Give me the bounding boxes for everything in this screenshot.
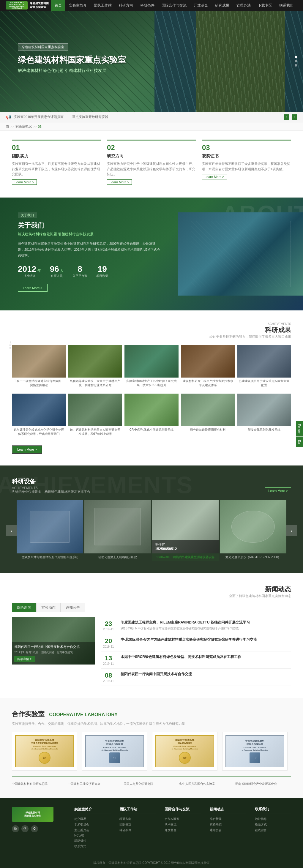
footer-link-1-2[interactable]: 学术委员会 bbox=[74, 823, 111, 827]
breadcrumb-lab[interactable]: 实验室概况 bbox=[16, 124, 32, 129]
footer-link-1-4[interactable]: NCLAB bbox=[74, 834, 111, 837]
coop-partner-1: 中国建筑材料科学研究总院 bbox=[12, 782, 68, 786]
footer-link-5-3[interactable]: 在线留言 bbox=[255, 828, 291, 832]
ach-img-7[interactable] bbox=[68, 394, 122, 426]
news-month-3: 2019-11 bbox=[101, 662, 116, 665]
hero-title: 绿色建筑材料国家重点实验室 bbox=[18, 54, 126, 66]
footer-link-3-2[interactable]: 学术交流 bbox=[164, 823, 201, 827]
ach-img-10[interactable] bbox=[237, 394, 291, 426]
feature-team: 01 团队实力 实验室拥有一批高水平、且拥有不同专业研究方向及从事建材行业研究的… bbox=[12, 140, 101, 188]
ticker-nav: ‹ › bbox=[284, 114, 297, 120]
footer-link-2-2[interactable]: 团队概况 bbox=[119, 823, 156, 827]
coop-logo-4[interactable]: 中英先进建筑材料联盟合作实验室China-UK Joint Laboratory… bbox=[222, 732, 287, 771]
news-tab-general[interactable]: 综合新闻 bbox=[12, 603, 36, 612]
nav-item-team[interactable]: 团队工作站 bbox=[90, 0, 115, 11]
footer-link-1-6[interactable]: 联系方式 bbox=[74, 844, 111, 848]
hero-dot-1[interactable] bbox=[295, 56, 297, 58]
ticker-prev[interactable]: ‹ bbox=[284, 114, 289, 120]
footer-link-1-5[interactable]: 组织机构 bbox=[74, 839, 111, 843]
feature-more-2[interactable]: Learn More > bbox=[107, 179, 132, 185]
coop-logo-emblem-4: TU bbox=[249, 752, 260, 763]
footer-link-5-1[interactable]: 地址信息 bbox=[255, 817, 291, 821]
equip-img-3[interactable]: 王佳宜 15258658512 bbox=[152, 500, 219, 553]
nav-item-mgmt[interactable]: 管理办法 bbox=[233, 0, 254, 11]
nav-item-conditions[interactable]: 科研条件 bbox=[137, 0, 158, 11]
footer-social-qq[interactable]: Q bbox=[31, 825, 38, 832]
achievements-more-btn[interactable]: Learn More > bbox=[12, 445, 42, 454]
nav-item-home[interactable]: 首页 bbox=[51, 0, 65, 11]
feature-more-1[interactable]: Learn More > bbox=[12, 179, 37, 185]
nav-item-intl[interactable]: 国际合作与交流 bbox=[158, 0, 190, 11]
news-item-title-2[interactable]: 中·北国际联合会方与方绿色建筑材料重点实验室研究院馆研究院馆研学并进行学习交流 bbox=[121, 637, 291, 642]
side-tab-follow[interactable]: Follow bbox=[296, 421, 303, 436]
nav-item-results[interactable]: 研究成果 bbox=[212, 0, 233, 11]
coop-partner-4: 华中人民共和国合作实验室 bbox=[179, 782, 235, 786]
news-tab-lab[interactable]: 实验动态 bbox=[36, 603, 61, 612]
ach-img-8[interactable] bbox=[124, 394, 179, 426]
footer-social-weibo[interactable]: 微 bbox=[12, 825, 19, 832]
news-day-4: 08 bbox=[101, 672, 116, 679]
achievements-header: ACHIEVEMENTS 科研成果 经过专业坚持不懈的努力，我们取得了很多重大项… bbox=[12, 322, 291, 339]
equipment-learn-more[interactable]: Learn More > bbox=[265, 488, 291, 494]
equip-contact-phone[interactable]: 15258658512 bbox=[155, 547, 216, 551]
nav-item-fund[interactable]: 开放基金 bbox=[190, 0, 212, 11]
ach-img-5[interactable] bbox=[237, 345, 291, 377]
nav-item-intro[interactable]: 实验室简介 bbox=[65, 0, 90, 11]
news-month-1: 2019-11 bbox=[101, 628, 116, 631]
about-stat-staff: 96 人 科研人员 bbox=[50, 265, 64, 278]
news-date-4: 08 2019-11 bbox=[101, 672, 116, 683]
news-title: 新闻动态 bbox=[12, 585, 291, 594]
about-learn-more[interactable]: Learn More > bbox=[18, 284, 48, 292]
news-subtitle: 全面了解绿色建筑材料国家重点实验室动态 bbox=[12, 594, 291, 598]
news-item-title-4[interactable]: 德阳代表团一行访问中国开展技术与合作交流 bbox=[121, 672, 291, 677]
coop-logo-2[interactable]: 中英先进建筑材料联盟合作实验室China-UK Joint Laboratory… bbox=[82, 732, 147, 771]
coop-logo-3[interactable]: 国际科技合作基地国际联合实验室China-UK Joint Laboratory… bbox=[152, 732, 217, 771]
ticker-next[interactable]: › bbox=[292, 114, 297, 120]
carousel-next-btn[interactable]: › bbox=[286, 525, 297, 536]
side-tab-ea[interactable]: Ea bbox=[296, 437, 303, 447]
footer-link-5-2[interactable]: 联系方式 bbox=[255, 823, 291, 827]
coop-logo-text-4: 中英先进建筑材料联盟合作实验室China-UK Joint Laboratory… bbox=[242, 739, 268, 751]
about-text: 绿色建筑材料国家重点实验室依托中国建筑材料科学研究总院，2007年正式开始组建，… bbox=[18, 241, 160, 258]
equipment-carousel: ‹ 微观多尺寸与微生物相互作用性能评价系统 辅助化凝聚土无机相组分析仪 王佳宜 … bbox=[0, 500, 303, 561]
footer-link-4-3[interactable]: 通知公告 bbox=[210, 828, 246, 832]
nav-item-contact[interactable]: 联系我们 bbox=[276, 0, 297, 11]
about-subtitle: 解决建筑材料绿色化问题 引领建材行业科技发展 bbox=[18, 232, 160, 237]
carousel-prev-btn[interactable]: ‹ bbox=[6, 525, 17, 536]
news-item-title-3[interactable]: 水泥中中SRCR绿色建筑材料绿色及绿型、高技术材料研究成员及在工程工作 bbox=[121, 654, 291, 659]
stat-num-year: 2012 bbox=[18, 265, 36, 274]
coop-logo-1[interactable]: 国际科技合作基地中英先进建材实验室合作联盟China-UK Joint Labo… bbox=[12, 732, 77, 771]
breadcrumb-home[interactable]: 首 bbox=[6, 124, 9, 129]
news-featured-more[interactable]: 阅读详情 > bbox=[14, 656, 35, 662]
breadcrumb-current: 03 bbox=[38, 125, 41, 128]
ach-img-3[interactable] bbox=[124, 345, 179, 377]
footer-link-4-1[interactable]: 综合新闻 bbox=[210, 817, 246, 821]
ach-img-1[interactable] bbox=[12, 345, 66, 377]
hero-dot-2[interactable] bbox=[295, 60, 297, 62]
hero-subtitle: 解决建筑材料绿色化问题 引领建材行业科技发展 bbox=[18, 68, 126, 73]
equip-img-1[interactable] bbox=[17, 500, 83, 553]
footer-social-wechat[interactable]: 信 bbox=[21, 825, 29, 832]
footer-link-3-3[interactable]: 开放基金 bbox=[164, 828, 201, 832]
ach-img-9[interactable] bbox=[181, 394, 235, 426]
nav-item-research[interactable]: 科研方向 bbox=[115, 0, 137, 11]
footer-link-2-3[interactable]: 科研条件 bbox=[119, 828, 156, 832]
footer-link-3-1[interactable]: 合作实验室 bbox=[164, 817, 201, 821]
nav-item-download[interactable]: 下载专区 bbox=[254, 0, 276, 11]
footer-link-1-1[interactable]: 简介概况 bbox=[74, 817, 111, 821]
news-item-title-1[interactable]: 印度国建筑工程师主席、RILEM主席RAVINDRA GETTU 莅临访问并开展… bbox=[121, 620, 291, 625]
footer-link-4-2[interactable]: 实验动态 bbox=[210, 823, 246, 827]
about-stat-platforms: 8 公平平台数 bbox=[72, 265, 87, 278]
ach-img-4[interactable] bbox=[181, 345, 235, 377]
equip-contact-overlay: 王佳宜 15258658512 bbox=[152, 540, 219, 553]
feature-more-3[interactable]: Learn More > bbox=[202, 174, 227, 179]
ach-img-6[interactable] bbox=[12, 394, 66, 426]
footer-link-1-3[interactable]: 主任委员会 bbox=[74, 828, 111, 832]
footer-link-2-1[interactable]: 科研方向 bbox=[119, 817, 156, 821]
ach-img-2[interactable] bbox=[68, 345, 122, 377]
hero-dot-3[interactable] bbox=[295, 64, 297, 66]
equip-img-2[interactable] bbox=[84, 500, 151, 553]
equip-img-4[interactable] bbox=[220, 500, 286, 553]
news-tab-notice[interactable]: 通知公告 bbox=[61, 603, 85, 612]
footer-social: 微 信 Q bbox=[12, 825, 65, 832]
